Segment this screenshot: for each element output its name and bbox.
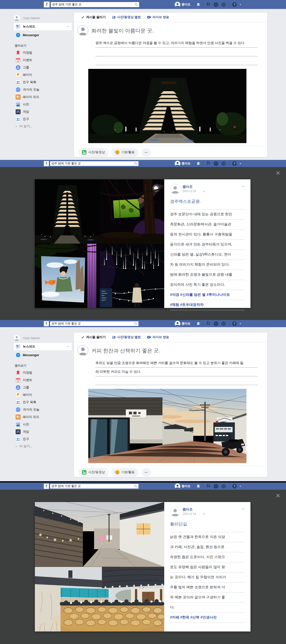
search-bar[interactable]: 경주 밤에 가면 좋은 곳 [50, 321, 139, 326]
sidebar-item-friends[interactable]: 친구 [13, 116, 72, 123]
post-photo-dusk-alley[interactable] [88, 389, 247, 463]
search-icon[interactable] [135, 3, 138, 6]
post-date[interactable]: 2020.12.19 [183, 512, 196, 516]
profile-avatar[interactable] [175, 161, 180, 166]
profile-link[interactable]: 뽑아조 [182, 2, 190, 6]
messages-icon[interactable] [214, 321, 218, 326]
sidebar-item-saved[interactable]: 저장됨 [13, 369, 72, 376]
post-body-line[interactable]: 추위도 잊을 만큼 조명으로 화려해진 예쁜 거리를 걸으며 문화재도 볼 수 … [95, 359, 258, 368]
feeling-activity-button[interactable]: 기분/활동 [111, 148, 138, 156]
post-body-line-empty[interactable] [95, 48, 258, 56]
newsfeed-options-icon[interactable]: ••• [67, 346, 69, 348]
facebook-logo[interactable]: f [44, 161, 49, 166]
hashtags[interactable]: #카페 #한옥 #산책 #인생사진 [170, 613, 245, 623]
friend-requests-icon[interactable] [206, 321, 211, 326]
sidebar-item-photos[interactable]: 사진 [13, 100, 72, 108]
facebook-logo[interactable]: f [44, 2, 50, 8]
friend-requests-icon[interactable] [206, 161, 211, 166]
close-icon[interactable]: ✕ [276, 170, 281, 176]
tab-make-post[interactable]: 게시물 올리기 [78, 335, 109, 339]
account-menu-caret-icon[interactable]: ▾ [240, 3, 241, 6]
post-author-avatar[interactable] [170, 506, 180, 517]
audience-caret-icon[interactable]: ▾ [204, 513, 205, 515]
post-options-icon[interactable]: ••• [242, 185, 245, 188]
sidebar-item-groups[interactable]: 그룹 [13, 64, 72, 71]
author-name[interactable]: 뽑아조 [183, 507, 193, 512]
more-actions-button[interactable]: ••• [141, 468, 151, 476]
sidebar-item-pages[interactable]: 페이지 [13, 391, 72, 398]
hashtags[interactable]: #체험 #토우대장차차 [170, 300, 245, 310]
messages-icon[interactable] [214, 484, 218, 488]
hashtags[interactable]: #야경 #신라를 담은 별 #루미나나이트 [170, 290, 245, 300]
sidebar-item-pages-feed[interactable]: 페이지 피드 [13, 413, 72, 420]
home-link[interactable]: 홈 [197, 322, 200, 326]
help-icon[interactable]: ? [232, 484, 237, 488]
sidebar-item-events[interactable]: 25 이벤트 [13, 56, 72, 64]
newsfeed-options-icon[interactable]: ••• [67, 26, 69, 28]
search-input[interactable]: 경주 밤에 가면 좋은 곳 [51, 322, 134, 326]
photo-hanok-alley-string-lights[interactable] [35, 502, 164, 567]
sidebar-item-games[interactable]: 게임 [13, 108, 72, 116]
post-date[interactable]: 2020.12.18 [183, 190, 196, 193]
photo-media-art-goldfish[interactable] [35, 244, 100, 308]
sidebar-item-friends[interactable]: 친구 [13, 435, 72, 443]
photo-meteor-lights-tree[interactable] [100, 244, 164, 308]
search-input[interactable]: 경주 밤에 가면 좋은 곳 [52, 2, 135, 6]
tab-photo-video-album[interactable]: 사진/동영상 앨범 [109, 15, 144, 19]
photo-gyeongju-tower-night[interactable] [35, 179, 100, 244]
tab-photo-video-album[interactable]: 사진/동영상 앨범 [109, 335, 144, 339]
search-icon[interactable] [134, 162, 137, 165]
photo-hanok-teal-roof-stone-wall[interactable] [35, 567, 164, 632]
post-body[interactable]: 경주 엑스포 공원에서 아름다운 야경을 볼 수 있고, 여러가지 체험을 하면… [95, 39, 258, 65]
account-menu-caret-icon[interactable]: ▾ [240, 162, 241, 165]
help-icon[interactable]: ? [232, 321, 237, 326]
messages-icon[interactable] [214, 161, 218, 166]
messages-icon[interactable] [214, 2, 218, 7]
friend-requests-icon[interactable] [206, 2, 211, 7]
feeling-activity-button[interactable]: 기분/활동 [111, 468, 138, 476]
post-photo-expo-tower-night[interactable] [88, 69, 247, 143]
search-bar[interactable]: 경주 밤에 가면 좋은 곳 [50, 484, 139, 489]
search-input[interactable]: 경주 밤에 가면 좋은 곳 [51, 162, 134, 166]
profile-avatar[interactable] [175, 321, 180, 326]
sidebar-profile[interactable]: User Name [13, 334, 72, 342]
sidebar-item-pages-feed[interactable]: 페이지 피드 [13, 93, 72, 100]
more-actions-button[interactable]: ••• [141, 148, 151, 156]
post-body-line[interactable]: 경주 엑스포 공원에서 아름다운 야경을 볼 수 있고, 여러가지 체험을 하면… [95, 39, 258, 48]
post-body-line[interactable]: 려 따뜻한 커피도 마실 수 있다. [95, 368, 258, 376]
sidebar-profile[interactable]: User Name [13, 14, 72, 22]
post-options-icon[interactable]: ••• [242, 508, 245, 510]
sidebar-item-friend-lists[interactable]: 친구 목록 [13, 78, 72, 86]
post-body-line-empty[interactable] [95, 56, 258, 65]
home-link[interactable]: 홈 [197, 162, 200, 166]
sidebar-item-games[interactable]: 게임 [13, 428, 72, 435]
account-menu-caret-icon[interactable]: ▾ [240, 322, 241, 325]
search-input[interactable]: 경주 밤에 가면 좋은 곳 [51, 484, 134, 488]
facebook-logo[interactable]: f [44, 484, 49, 489]
sidebar-item-newsfeed[interactable]: 뉴스피드 ••• [13, 22, 72, 31]
post-author-avatar[interactable] [170, 184, 180, 194]
search-icon[interactable] [134, 322, 137, 325]
post-body[interactable]: 추위도 잊을 만큼 조명으로 화려해진 예쁜 거리를 걸으며 문화재도 볼 수 … [95, 359, 258, 385]
profile-link[interactable]: 뽑아조 [182, 322, 190, 326]
notifications-globe-icon[interactable] [221, 321, 226, 326]
sidebar-see-more[interactable]: ▾ 더 보기... [16, 443, 72, 450]
sidebar-item-saved[interactable]: 저장됨 [13, 49, 72, 56]
tab-make-post[interactable]: 게시물 올리기 [78, 15, 109, 19]
notifications-globe-icon[interactable] [221, 161, 226, 166]
photo-forest-projection-hands[interactable] [100, 179, 164, 244]
author-name[interactable]: 뽑아조 [183, 185, 193, 189]
sidebar-item-on-this-day[interactable]: 과거의 오늘 [13, 406, 72, 413]
sidebar-item-newsfeed[interactable]: 뉴스피드 ••• [13, 342, 72, 350]
sidebar-item-friend-lists[interactable]: 친구 목록 [13, 398, 72, 406]
notifications-globe-icon[interactable] [221, 484, 226, 488]
sidebar-item-photos[interactable]: 사진 [13, 420, 72, 428]
tab-live-video[interactable]: 라이브 방송 [144, 15, 172, 19]
profile-link[interactable]: 뽑아조 [182, 484, 190, 488]
post-body-line-empty[interactable] [95, 376, 258, 385]
account-menu-caret-icon[interactable]: ▾ [240, 485, 241, 488]
close-icon[interactable]: ✕ [276, 493, 281, 499]
search-bar[interactable]: 경주 밤에 가면 좋은 곳 [50, 161, 139, 166]
profile-link[interactable]: 뽑아조 [182, 162, 190, 166]
search-icon[interactable] [134, 484, 137, 488]
